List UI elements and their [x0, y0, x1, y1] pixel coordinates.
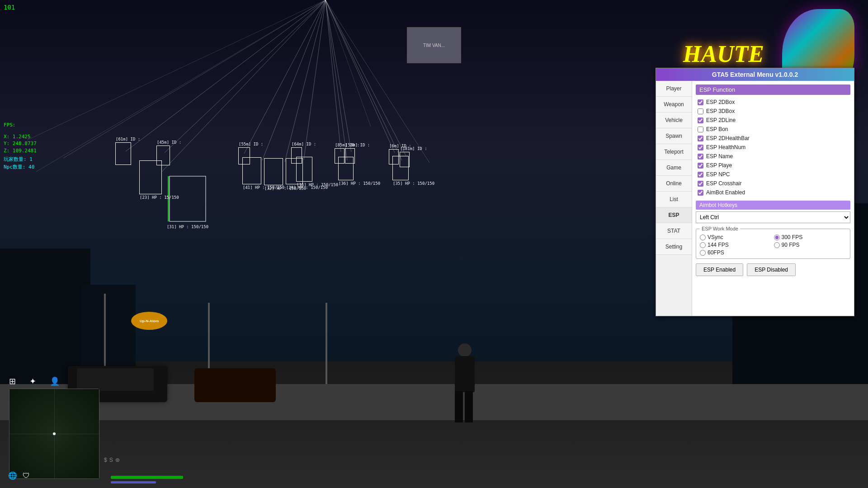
- icon-star: S: [109, 457, 113, 463]
- svg-line-0: [126, 0, 326, 151]
- checkbox-espcrosshair[interactable]: ESP Crosshair: [696, 179, 850, 188]
- checkbox-esp2dline-input[interactable]: [698, 117, 703, 123]
- sidebar-item-vehicle[interactable]: Vehicle: [656, 113, 692, 128]
- checkbox-esp3dbox[interactable]: ESP 3DBox: [696, 107, 850, 116]
- minimap-icon-star: ✦: [29, 376, 36, 386]
- player-character: [451, 343, 478, 425]
- checkbox-esp2dbox[interactable]: ESP 2DBox: [696, 98, 850, 107]
- checkbox-esp2dbox-label: ESP 2DBox: [706, 99, 735, 105]
- hud-icon-globe: 🌐: [8, 472, 17, 479]
- checkbox-esplayer[interactable]: ESP Playe: [696, 161, 850, 170]
- checkbox-espbon-input[interactable]: [698, 127, 703, 132]
- esp-box-35: [35] HP : 150/150: [392, 156, 409, 180]
- checkbox-esp2dline[interactable]: ESP 2DLine: [696, 116, 850, 125]
- char-head: [458, 343, 472, 357]
- checkbox-espbon-label: ESP Bon: [706, 126, 728, 132]
- minimap-icons: ⊞ ✦ 👤: [9, 376, 60, 386]
- radio-90fps-input[interactable]: [774, 242, 780, 248]
- hotkey-dropdown[interactable]: Left Ctrl Right Ctrl Left Alt Right Alt …: [696, 211, 850, 223]
- cheat-menu[interactable]: GTA5 External Menu v1.0.0.2 Player Weapo…: [656, 68, 854, 316]
- checkbox-esp2dbox-input[interactable]: [698, 99, 703, 105]
- hotkey-dropdown-row[interactable]: Left Ctrl Right Ctrl Left Alt Right Alt …: [696, 211, 850, 223]
- radio-300fps[interactable]: 300 FPS: [774, 234, 847, 240]
- esp-disabled-button[interactable]: ESP Disabled: [747, 263, 796, 276]
- checkbox-esphealthnum-input[interactable]: [698, 145, 703, 150]
- minimap-icon-person: 👤: [50, 376, 60, 386]
- wanted-icons: $ S ⊛: [104, 457, 120, 463]
- sidebar-item-online[interactable]: Online: [656, 176, 692, 192]
- sidebar-item-esp[interactable]: ESP: [656, 207, 692, 223]
- checkbox-esp3dbox-label: ESP 3DBox: [706, 108, 735, 114]
- radio-300fps-label: 300 FPS: [782, 234, 803, 240]
- checkbox-aimbot[interactable]: AimBot Enabled: [696, 188, 850, 197]
- radio-144fps-input[interactable]: [700, 242, 706, 248]
- sidebar-item-player[interactable]: Player: [656, 81, 692, 97]
- radio-144fps[interactable]: 144 FPS: [700, 242, 773, 248]
- svg-line-9: [326, 0, 347, 160]
- esp-label-2: [45m] ID :: [157, 140, 181, 145]
- radio-90fps[interactable]: 90 FPS: [774, 242, 847, 248]
- hud-player-info: 玩家数量: 1 Npc数量: 40: [4, 156, 34, 171]
- sidebar-item-teleport[interactable]: Teleport: [656, 144, 692, 160]
- radio-60fps-label: 60FPS: [708, 249, 724, 256]
- car-2: [194, 368, 276, 402]
- sidebar-item-setting[interactable]: Setting: [656, 239, 692, 255]
- menu-title-text: GTA5 External Menu v1.0.0.2: [712, 71, 798, 78]
- esp-work-mode-legend: ESP Work Mode: [700, 226, 740, 231]
- sidebar-item-stat[interactable]: STAT: [656, 223, 692, 239]
- menu-sidebar: Player Weapon Vehicle Spawn Teleport Gam…: [656, 81, 692, 316]
- sidebar-item-list[interactable]: List: [656, 192, 692, 207]
- checkbox-esp3dbox-input[interactable]: [698, 108, 703, 114]
- minimap-player-dot: [53, 432, 56, 435]
- radio-60fps-input[interactable]: [700, 250, 706, 256]
- esp-enabled-button[interactable]: ESP Enabled: [696, 263, 743, 276]
- checkbox-aimbot-input[interactable]: [698, 190, 703, 196]
- checkbox-espnpc[interactable]: ESP NPC: [696, 170, 850, 179]
- minimap: [9, 389, 99, 479]
- checkbox-espnpc-label: ESP NPC: [706, 171, 730, 178]
- checkbox-espbon[interactable]: ESP Bon: [696, 125, 850, 134]
- sidebar-item-weapon[interactable]: Weapon: [656, 97, 692, 113]
- svg-line-17: [326, 0, 371, 127]
- esp-box-23: [23] HP : 15/150: [139, 160, 162, 194]
- radio-vsync-input[interactable]: [700, 235, 706, 240]
- checkbox-esplayer-label: ESP Playe: [706, 162, 732, 169]
- esp-hp-23: [23] HP : 15/150: [140, 195, 179, 200]
- esp-label-55: [55m] ID :: [239, 142, 263, 146]
- esp-hp-16: [16] HP : 150/150: [297, 183, 338, 187]
- aimbot-hotkeys-header: Aimbot Hotkeys: [696, 201, 850, 210]
- svg-line-3: [244, 0, 326, 154]
- billboard-text: TIM VAN...: [423, 43, 445, 48]
- radio-vsync[interactable]: VSync: [700, 234, 773, 240]
- svg-line-14: [36, 0, 326, 172]
- checkbox-espname-input[interactable]: [698, 154, 703, 160]
- sidebar-item-spawn[interactable]: Spawn: [656, 128, 692, 144]
- svg-line-5: [285, 0, 326, 162]
- lamp-post-3: [326, 303, 327, 384]
- radio-300fps-input[interactable]: [774, 235, 780, 240]
- hud-counter: 101: [4, 4, 15, 11]
- checkbox-esphealthnum[interactable]: ESP HealthNum: [696, 143, 850, 152]
- checkbox-espcrosshair-label: ESP Crosshair: [706, 180, 741, 187]
- checkbox-esplayer-input[interactable]: [698, 163, 703, 169]
- svg-line-4: [262, 0, 326, 160]
- esp-label-181: [181m] ID :: [400, 146, 427, 151]
- armor-bar-bottom: [111, 481, 156, 483]
- radio-144fps-label: 144 FPS: [708, 242, 729, 248]
- checkbox-esp2dhealthbar-input[interactable]: [698, 136, 703, 141]
- minimap-icon-map: ⊞: [9, 376, 16, 386]
- sidebar-item-game[interactable]: Game: [656, 160, 692, 176]
- bottom-hud-icons: 🌐 🛡: [8, 471, 30, 480]
- checkbox-espcrosshair-input[interactable]: [698, 181, 703, 187]
- esp-label-53: [53m] ID :: [345, 143, 370, 147]
- char-body: [455, 356, 475, 392]
- svg-line-10: [326, 0, 395, 153]
- radio-90fps-label: 90 FPS: [782, 242, 800, 248]
- checkbox-esp2dhealthbar[interactable]: ESP 2DHealthBar: [696, 134, 850, 143]
- upnatom-sign: Up-N-Atom: [131, 312, 167, 330]
- checkbox-espname[interactable]: ESP Name: [696, 152, 850, 161]
- radio-60fps[interactable]: 60FPS: [700, 249, 773, 256]
- esp-box-16: [16] HP : 150/150: [296, 157, 312, 182]
- checkbox-espnpc-input[interactable]: [698, 172, 703, 178]
- svg-line-15: [326, 0, 429, 163]
